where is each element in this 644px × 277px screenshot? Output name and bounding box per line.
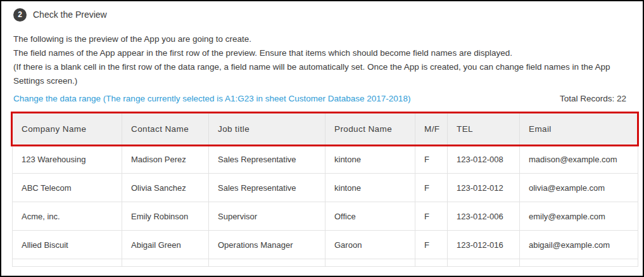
table-cell: Supervisor [209,202,325,231]
table-cell [448,259,520,267]
table-cell: 123-012-006 [448,202,520,231]
column-header-company-name: Company Name [13,113,122,145]
table-row-partial [13,259,638,267]
table-cell: F [415,202,448,231]
table-cell: ABC Telecom [13,174,122,202]
description-block: The following is the preview of the App … [13,32,635,88]
table-cell: Allied Biscuit [13,231,122,259]
table-cell: Garoon [325,231,415,259]
table-cell: 123 Warehousing [13,145,122,174]
table-cell: Abigail Green [122,231,209,259]
table-cell: Operations Manager [209,231,325,259]
table-cell: olivia@example.com [520,174,638,202]
preview-table-container: Company Name Contact Name Job title Prod… [12,113,640,267]
column-header-tel: TEL [448,113,520,145]
column-header-contact-name: Contact Name [122,113,209,145]
table-cell: Office [325,202,415,231]
table-cell: kintone [325,174,415,202]
table-cell: kintone [325,145,415,174]
column-header-job-title: Job title [209,113,325,145]
table-cell [520,259,638,267]
step-header: 2 Check the Preview [13,8,643,22]
description-line-2: The field names of the App appear in the… [13,46,635,60]
step-title: Check the Preview [33,10,107,20]
column-header-mf: M/F [415,113,448,145]
total-records-label: Total Records: 22 [560,94,626,103]
table-cell: F [415,145,448,174]
table-cell [209,259,325,267]
table-row: 123 WarehousingMadison PerezSales Repres… [13,145,638,174]
table-cell: abigail@example.com [520,231,638,259]
table-cell: 123-012-012 [448,174,520,202]
table-cell [325,259,415,267]
preview-table: Company Name Contact Name Job title Prod… [12,113,638,267]
column-header-product-name: Product Name [325,113,415,145]
table-cell: emily@example.com [520,202,638,231]
table-row: Allied BiscuitAbigail GreenOperations Ma… [13,231,638,259]
table-cell: Acme, inc. [13,202,122,231]
table-header-row: Company Name Contact Name Job title Prod… [13,113,638,145]
table-cell: Olivia Sanchez [122,174,209,202]
step-number-badge: 2 [13,8,27,22]
table-cell: Emily Robinson [122,202,209,231]
table-cell: 123-012-008 [448,145,520,174]
table-row: Acme, inc.Emily RobinsonSupervisorOffice… [13,202,638,231]
table-cell: Madison Perez [122,145,209,174]
table-body: 123 WarehousingMadison PerezSales Repres… [13,145,638,267]
table-cell: madison@example.com [520,145,638,174]
table-cell: F [415,231,448,259]
description-line-1: The following is the preview of the App … [13,32,635,46]
column-header-email: Email [520,113,638,145]
table-cell [122,259,209,267]
table-cell [415,259,448,267]
table-row: ABC TelecomOlivia SanchezSales Represent… [13,174,638,202]
table-cell [13,259,122,267]
change-data-range-link[interactable]: Change the data range (The range current… [13,94,410,103]
table-cell: F [415,174,448,202]
description-line-3: (If there is a blank cell in the first r… [13,60,635,88]
table-cell: Sales Representative [209,174,325,202]
table-cell: Sales Representative [209,145,325,174]
app-preview-screen: 2 Check the Preview The following is the… [0,0,644,277]
table-cell: 123-012-016 [448,231,520,259]
range-row: Change the data range (The range current… [13,94,626,103]
